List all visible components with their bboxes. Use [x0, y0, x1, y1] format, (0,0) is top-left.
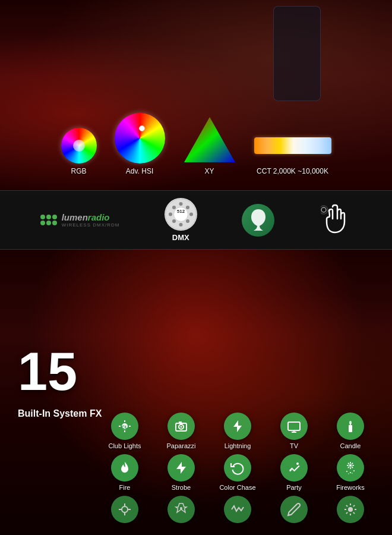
svg-point-44 [350, 472, 351, 473]
paparazzi-label: Paparazzi [167, 442, 196, 449]
svg-line-62 [346, 512, 347, 514]
svg-point-13 [321, 206, 328, 214]
color-wheels-row: RGB Adv. HSI XY [37, 113, 355, 175]
lightning-label: Lightning [225, 442, 251, 449]
svg-point-12 [321, 207, 326, 212]
bottom-section: 15 Built-In System FX CL Club Lights [0, 250, 392, 535]
svg-point-45 [353, 470, 355, 471]
fx-item-fireworks[interactable]: Fireworks [327, 454, 374, 491]
fx-13-icon [224, 496, 251, 523]
fx-item-lightning[interactable]: Lightning [214, 413, 261, 449]
tv-label: TV [290, 442, 298, 449]
svg-text:512: 512 [177, 209, 185, 214]
fx-item-15[interactable] [327, 496, 374, 523]
svg-marker-24 [233, 420, 242, 432]
fx-row-2: Fire Strobe Color Cha [18, 454, 374, 491]
xy-wheel-item: XY [183, 116, 236, 175]
dmx-icon: 512 DMX [165, 198, 197, 242]
fx-item-11[interactable] [101, 496, 148, 523]
candle-label: Candle [340, 442, 361, 449]
strobe-label: Strobe [172, 484, 191, 491]
svg-point-4 [169, 213, 172, 216]
svg-point-23 [181, 426, 182, 428]
candle-icon [337, 413, 364, 440]
svg-line-61 [353, 505, 355, 506]
xy-label: XY [204, 167, 214, 175]
hsi-wheel [115, 113, 165, 163]
fx-item-party[interactable]: Party [270, 454, 318, 491]
dmx-circle: 512 [165, 198, 197, 231]
svg-point-43 [346, 471, 347, 472]
svg-rect-25 [288, 422, 300, 430]
svg-line-40 [352, 467, 353, 468]
fx-item-fire[interactable]: Fire [101, 454, 148, 491]
svg-point-3 [179, 223, 182, 226]
rgb-wheel [61, 128, 97, 163]
svg-line-42 [348, 467, 349, 468]
fireworks-label: Fireworks [336, 484, 365, 491]
svg-point-32 [296, 462, 299, 465]
hsi-label: Adv. HSI [126, 167, 153, 175]
svg-rect-28 [349, 425, 352, 432]
svg-marker-0 [184, 117, 235, 162]
siri-icon [242, 204, 274, 237]
svg-text:CL: CL [122, 424, 128, 430]
fx-item-club-lights[interactable]: CL Club Lights [101, 413, 148, 449]
lightning-icon [224, 413, 251, 440]
svg-point-34 [349, 464, 352, 467]
hsi-wheel-item: Adv. HSI [115, 113, 165, 175]
fx-count-number: 15 [18, 345, 77, 398]
xy-triangle [183, 116, 236, 163]
party-label: Party [286, 484, 302, 491]
lumenradio-text: lumenradio wireless dmx/rdm [62, 212, 120, 228]
lumenradio-logo: lumenradio wireless dmx/rdm [40, 212, 120, 228]
svg-point-48 [122, 506, 128, 512]
fx-row-1: CL Club Lights Paparazzi [18, 413, 374, 449]
svg-point-9 [172, 219, 176, 223]
svg-line-41 [352, 463, 353, 464]
club-lights-label: Club Lights [108, 442, 141, 449]
fx-item-strobe[interactable]: Strobe [157, 454, 205, 491]
fx-item-13[interactable] [214, 496, 261, 523]
cct-bar [254, 137, 331, 154]
svg-marker-31 [176, 462, 186, 474]
paparazzi-icon [167, 413, 195, 440]
middle-section: lumenradio wireless dmx/rdm 512 DMX [0, 190, 392, 250]
fx-item-paparazzi[interactable]: Paparazzi [157, 413, 205, 449]
svg-point-5 [189, 213, 193, 216]
cct-item: CCT 2,000K ~10,000K [254, 128, 331, 175]
fx-item-12[interactable] [157, 496, 205, 523]
fx-item-tv[interactable]: TV [270, 413, 318, 449]
top-section: RGB Adv. HSI XY [0, 0, 392, 190]
device-background [273, 6, 321, 101]
fx-item-color-chase[interactable]: Color Chase [214, 454, 261, 491]
fx-item-candle[interactable]: Candle [327, 413, 374, 449]
svg-point-53 [180, 507, 182, 509]
svg-line-59 [346, 505, 347, 506]
svg-point-46 [348, 473, 349, 474]
fx-12-icon [167, 496, 195, 523]
fx-15-icon [337, 496, 364, 523]
club-lights-icon: CL [111, 413, 138, 440]
fx-row-3 [18, 496, 374, 523]
fire-icon [111, 454, 138, 482]
color-chase-label: Color Chase [219, 484, 255, 491]
cct-label: CCT 2,000K ~10,000K [257, 167, 328, 175]
svg-rect-22 [179, 421, 182, 423]
svg-line-60 [353, 512, 355, 514]
svg-point-8 [186, 206, 189, 209]
svg-point-30 [349, 421, 352, 424]
rgb-wheel-item: RGB [61, 128, 97, 175]
lumen-dots-icon [40, 215, 57, 225]
fx-item-14[interactable] [270, 496, 318, 523]
rgb-label: RGB [71, 167, 86, 175]
fx-14-icon [280, 496, 308, 523]
tv-icon [280, 413, 308, 440]
fire-label: Fire [119, 484, 131, 491]
svg-point-7 [186, 219, 189, 223]
fx-grid: CL Club Lights Paparazzi [0, 413, 392, 523]
svg-point-2 [179, 202, 182, 206]
svg-point-47 [352, 473, 352, 473]
svg-point-6 [172, 206, 176, 209]
svg-point-54 [348, 507, 353, 512]
